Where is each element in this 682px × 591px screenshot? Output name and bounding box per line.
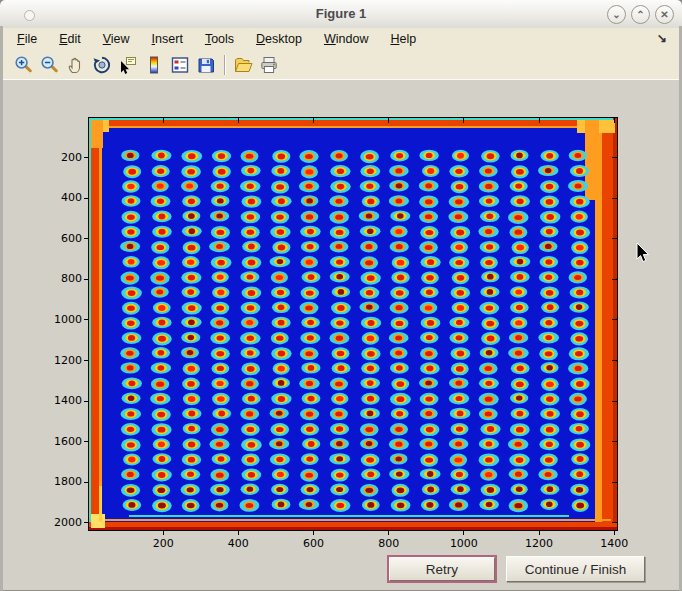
y-tick-right [612, 441, 617, 442]
y-tick [84, 198, 88, 199]
x-tick-label: 1000 [434, 537, 494, 550]
print-icon[interactable] [256, 53, 282, 77]
x-tick-top [238, 118, 239, 123]
y-tick-right [612, 360, 617, 361]
y-tick [84, 157, 88, 158]
retry-button[interactable]: Retry [389, 557, 495, 581]
x-tick-top [463, 118, 464, 123]
zoom-out-icon[interactable] [37, 53, 63, 77]
title-bar[interactable]: Figure 1 ⌄⌃✕ [0, 0, 682, 29]
dock-figure-icon[interactable]: ↘ [657, 31, 667, 45]
x-tick-top [388, 118, 389, 123]
y-tick [84, 319, 88, 320]
menu-item-edit[interactable]: Edit [55, 30, 91, 48]
rotate-3d-icon[interactable] [89, 53, 115, 77]
x-tick-label: 800 [359, 537, 419, 550]
x-tick [163, 531, 164, 535]
menu-item-file[interactable]: File [13, 30, 47, 48]
menu-item-window[interactable]: Window [320, 30, 378, 48]
window-title: Figure 1 [0, 6, 682, 21]
close-button[interactable]: ✕ [655, 5, 674, 24]
y-tick-label: 2000 [32, 516, 82, 529]
x-tick [539, 531, 540, 535]
y-tick [84, 482, 88, 483]
x-tick-top [614, 118, 615, 123]
x-tick-top [313, 118, 314, 123]
shade-button[interactable]: ⌄ [607, 5, 626, 24]
y-tick-right [612, 401, 617, 402]
figure-toolbar [3, 50, 679, 80]
y-tick-label: 1800 [32, 475, 82, 488]
data-cursor-icon[interactable] [115, 53, 141, 77]
continue-finish-button[interactable]: Continue / Finish [506, 556, 645, 582]
menu-item-help[interactable]: Help [386, 30, 426, 48]
x-tick [463, 531, 464, 535]
menu-bar: FileEditViewInsertToolsDesktopWindowHelp… [3, 28, 679, 50]
x-tick-top [163, 118, 164, 123]
y-tick-label: 200 [32, 151, 82, 164]
x-tick-label: 600 [284, 537, 344, 550]
y-tick-right [612, 198, 617, 199]
window-controls: ⌄⌃✕ [607, 5, 674, 24]
y-tick-right [612, 157, 617, 158]
plot-axes [88, 117, 618, 531]
toolbar-separator [224, 55, 225, 75]
y-tick [84, 441, 88, 442]
menu-item-desktop[interactable]: Desktop [252, 30, 312, 48]
y-tick-right [612, 482, 617, 483]
y-tick-label: 400 [32, 191, 82, 204]
figure-window: Figure 1 ⌄⌃✕ FileEditViewInsertToolsDesk… [0, 0, 682, 591]
heatmap-image [89, 118, 617, 530]
y-tick [84, 238, 88, 239]
x-tick-label: 200 [133, 537, 193, 550]
y-tick-right [612, 319, 617, 320]
y-tick-label: 600 [32, 232, 82, 245]
x-tick-label: 1200 [509, 537, 569, 550]
y-tick-label: 1400 [32, 394, 82, 407]
y-tick-right [612, 522, 617, 523]
y-tick [84, 279, 88, 280]
menu-item-view[interactable]: View [99, 30, 140, 48]
y-tick [84, 360, 88, 361]
x-tick [313, 531, 314, 535]
x-tick [388, 531, 389, 535]
y-tick [84, 522, 88, 523]
y-tick-right [612, 279, 617, 280]
y-tick-label: 1600 [32, 435, 82, 448]
x-tick [614, 531, 615, 535]
x-tick [238, 531, 239, 535]
x-tick-label: 400 [208, 537, 268, 550]
x-tick-label: 1400 [584, 537, 644, 550]
maximize-button[interactable]: ⌃ [631, 5, 650, 24]
menu-item-insert[interactable]: Insert [148, 30, 193, 48]
y-tick-label: 1200 [32, 354, 82, 367]
y-tick-label: 1000 [32, 313, 82, 326]
save-icon[interactable] [193, 53, 219, 77]
x-tick-top [539, 118, 540, 123]
colorbar-icon[interactable] [141, 53, 167, 77]
y-tick-right [612, 238, 617, 239]
menu-item-tools[interactable]: Tools [201, 30, 244, 48]
pan-icon[interactable] [63, 53, 89, 77]
open-icon[interactable] [230, 53, 256, 77]
y-tick-label: 800 [32, 272, 82, 285]
legend-icon[interactable] [167, 53, 193, 77]
zoom-in-icon[interactable] [11, 53, 37, 77]
y-tick [84, 401, 88, 402]
